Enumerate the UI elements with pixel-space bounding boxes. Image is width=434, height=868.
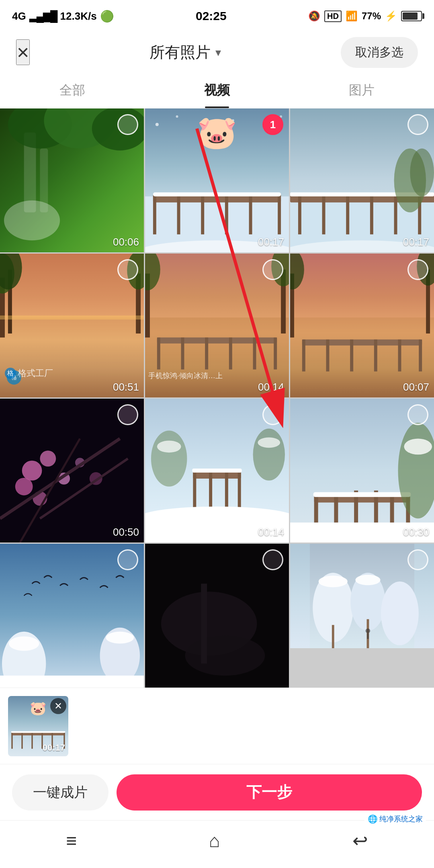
svg-point-126 xyxy=(319,575,348,587)
select-circle-5[interactable] xyxy=(262,259,283,280)
menu-icon[interactable]: ≡ xyxy=(66,830,77,852)
media-item-9[interactable]: 00:30 xyxy=(290,399,434,542)
watermark-4: 格 格式工厂 xyxy=(5,367,53,379)
svg-point-113 xyxy=(9,637,39,651)
svg-rect-16 xyxy=(153,194,156,234)
duration-1: 00:06 xyxy=(113,236,139,248)
svg-rect-68 xyxy=(302,340,305,372)
svg-rect-70 xyxy=(350,340,353,372)
home-icon[interactable]: ⌂ xyxy=(209,830,220,852)
media-item-3[interactable]: 00:17 xyxy=(290,108,434,252)
select-circle-12[interactable] xyxy=(407,549,428,570)
media-item-2[interactable]: 🐷 1 00:17 xyxy=(145,108,289,252)
status-right: 🔕 HD 📶 77% ⚡ xyxy=(308,10,422,22)
svg-rect-59 xyxy=(253,338,256,370)
top-nav: × 所有照片 ▾ 取消多选 xyxy=(0,32,434,72)
select-circle-8[interactable] xyxy=(262,404,283,425)
svg-rect-73 xyxy=(419,340,422,372)
media-item-5[interactable]: 00:14 手机惊鸿·倾向冰清…上 xyxy=(145,254,289,397)
svg-point-109 xyxy=(404,438,432,454)
status-bar: 4G ▂▄▆█ 12.3K/s 🟢 02:25 🔕 HD 📶 77% ⚡ xyxy=(0,0,434,32)
svg-rect-18 xyxy=(201,194,204,234)
nav-title-text: 所有照片 xyxy=(149,42,211,63)
svg-rect-58 xyxy=(229,338,232,370)
media-item-1[interactable]: 00:06 xyxy=(0,108,144,252)
close-button[interactable]: × xyxy=(16,39,30,65)
svg-rect-57 xyxy=(205,338,208,370)
charge-icon: ⚡ xyxy=(385,10,397,22)
svg-point-52 xyxy=(145,254,160,290)
select-num-2: 1 xyxy=(270,119,276,131)
status-time: 02:25 xyxy=(196,9,227,23)
duration-8: 00:14 xyxy=(258,526,284,538)
svg-rect-124 xyxy=(332,625,334,648)
svg-text:🐷: 🐷 xyxy=(30,700,47,716)
logo-text: 纯净系统之家 xyxy=(379,814,423,824)
logo-icon: 🌐 xyxy=(368,814,378,824)
svg-rect-19 xyxy=(225,194,228,234)
svg-rect-135 xyxy=(11,732,12,749)
battery-icon xyxy=(401,11,422,21)
media-item-6[interactable]: 00:07 xyxy=(290,254,434,397)
svg-rect-54 xyxy=(157,338,277,344)
preview-tray: 🐷 ✕ 00:17 xyxy=(0,688,434,764)
select-circle-3[interactable] xyxy=(407,114,428,135)
svg-rect-141 xyxy=(11,731,66,733)
select-circle-7[interactable] xyxy=(117,404,138,425)
svg-point-76 xyxy=(40,450,56,467)
svg-point-94 xyxy=(151,431,187,487)
tab-bar: 全部 视频 图片 xyxy=(0,72,434,108)
svg-point-97 xyxy=(258,437,280,448)
svg-rect-72 xyxy=(398,340,401,372)
tab-all[interactable]: 全部 xyxy=(0,72,145,108)
signal-bars: ▂▄▆█ xyxy=(29,10,57,23)
nav-title-container[interactable]: 所有照片 ▾ xyxy=(149,42,221,63)
watermark-logo: 🌐 纯净系统之家 xyxy=(364,813,426,825)
svg-rect-17 xyxy=(177,194,180,234)
tab-photo[interactable]: 图片 xyxy=(289,72,434,108)
duration-5: 00:14 xyxy=(258,381,284,393)
media-item-12[interactable] xyxy=(290,544,434,648)
media-item-7[interactable]: 00:50 xyxy=(0,399,144,542)
next-step-button[interactable]: 下一步 xyxy=(117,774,422,811)
media-item-11[interactable] xyxy=(145,544,289,688)
bottom-nav-bar: ≡ ⌂ ↩ xyxy=(0,820,434,860)
media-item-4[interactable]: 格 00:51 格 格式工厂 xyxy=(0,254,144,397)
select-circle-11[interactable] xyxy=(262,549,283,570)
svg-point-77 xyxy=(15,478,33,495)
svg-rect-136 xyxy=(21,732,23,749)
select-circle-6[interactable] xyxy=(407,259,428,280)
svg-rect-60 xyxy=(274,338,277,370)
svg-rect-45 xyxy=(0,315,144,319)
duration-3: 00:17 xyxy=(403,236,429,248)
duration-9: 00:30 xyxy=(403,526,429,538)
cancel-multi-button[interactable]: 取消多选 xyxy=(341,37,418,68)
svg-rect-129 xyxy=(367,633,368,639)
media-item-10[interactable] xyxy=(0,544,144,688)
select-circle-10[interactable] xyxy=(117,549,138,570)
svg-point-75 xyxy=(22,461,42,481)
svg-rect-91 xyxy=(192,469,242,473)
svg-point-114 xyxy=(106,632,134,644)
status-left: 4G ▂▄▆█ 12.3K/s 🟢 xyxy=(12,10,114,23)
svg-rect-119 xyxy=(201,583,207,663)
select-circle-1[interactable] xyxy=(117,114,138,135)
svg-rect-28 xyxy=(322,194,326,234)
duration-7: 00:50 xyxy=(113,526,139,538)
preview-item-1[interactable]: 🐷 ✕ 00:17 xyxy=(8,696,68,756)
select-circle-2[interactable]: 1 xyxy=(262,114,283,135)
media-item-8[interactable]: 00:14 xyxy=(145,399,289,542)
auto-create-button[interactable]: 一键成片 xyxy=(12,774,108,811)
preview-remove-button[interactable]: ✕ xyxy=(50,698,66,714)
tab-video[interactable]: 视频 xyxy=(145,72,289,108)
bell-icon: 🔕 xyxy=(308,10,320,22)
select-circle-9[interactable] xyxy=(407,404,428,425)
select-circle-4[interactable] xyxy=(117,259,138,280)
svg-point-36 xyxy=(410,148,434,196)
back-icon[interactable]: ↩ xyxy=(352,830,368,852)
svg-point-127 xyxy=(355,575,380,585)
svg-rect-3 xyxy=(40,148,48,212)
svg-point-128 xyxy=(366,628,371,633)
media-grid-container: 00:06 xyxy=(0,108,434,688)
media-grid: 00:06 xyxy=(0,108,434,688)
